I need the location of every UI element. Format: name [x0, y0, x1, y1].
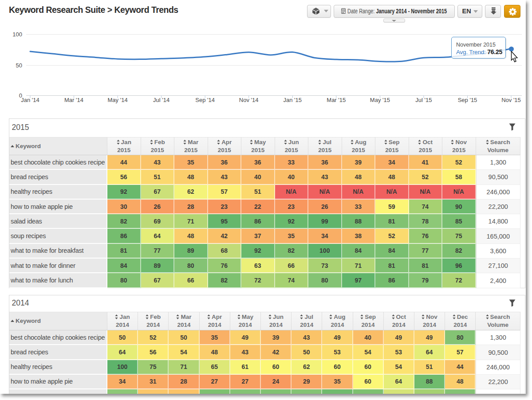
svg-text:Mar '15: Mar '15 — [327, 97, 346, 103]
svg-text:100: 100 — [12, 31, 22, 38]
svg-text:Jul '14: Jul '14 — [153, 97, 169, 103]
svg-text:Jan '14: Jan '14 — [21, 97, 39, 103]
svg-text:May '14: May '14 — [108, 97, 128, 103]
svg-text:Sep '14: Sep '14 — [195, 97, 215, 103]
svg-text:Sep '15: Sep '15 — [458, 97, 477, 103]
svg-text:Jul '15: Jul '15 — [415, 97, 432, 103]
svg-text:50: 50 — [16, 62, 22, 69]
svg-text:Jan '15: Jan '15 — [284, 97, 302, 103]
svg-text:Mar '14: Mar '14 — [64, 97, 83, 103]
svg-text:May '15: May '15 — [370, 97, 390, 103]
svg-text:Nov '15: Nov '15 — [501, 97, 521, 103]
svg-text:Nov '14: Nov '14 — [239, 97, 259, 103]
